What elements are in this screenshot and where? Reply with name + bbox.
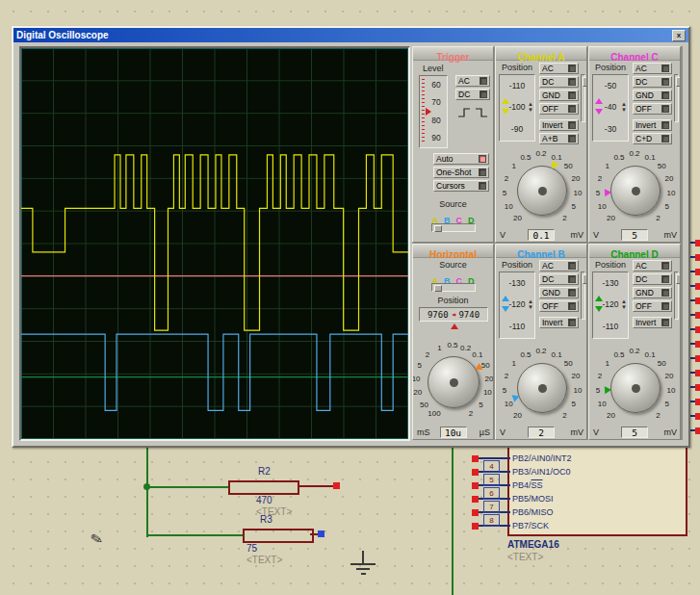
indicator-led (480, 77, 487, 85)
channel-button-dc[interactable]: DC (539, 273, 579, 285)
trigger-ac-button[interactable]: AC (455, 75, 490, 87)
position-spinner[interactable]: ▲▼ (621, 101, 627, 113)
channel-button-aplusb[interactable]: A+B (539, 133, 579, 144)
channel-button-gnd[interactable]: GND (633, 287, 672, 298)
position-slider[interactable]: -110-100-90 ▲▼ (499, 74, 535, 142)
gain-knob[interactable] (610, 166, 661, 216)
position-slider[interactable]: -50-40-30 ▲▼ (592, 74, 629, 142)
close-icon[interactable]: x (672, 30, 686, 41)
slider-tick-label: -30 (605, 125, 616, 134)
channel-button-invert-label: Invert (635, 318, 656, 327)
channel-button-invert[interactable]: Invert (539, 317, 579, 328)
position-marker-up[interactable] (502, 98, 509, 104)
channel-button-off[interactable]: OFF (633, 300, 672, 312)
gain-knob[interactable] (517, 166, 567, 216)
rising-edge-icon[interactable] (458, 109, 470, 116)
channel-button-off[interactable]: OFF (633, 103, 672, 115)
fine-adjust-slider[interactable] (581, 272, 585, 320)
channel-button-off[interactable]: OFF (539, 103, 579, 115)
channel-button-off[interactable]: OFF (539, 300, 579, 312)
pin-terminal-marker (695, 312, 700, 319)
position-marker-down[interactable] (595, 306, 603, 312)
falling-edge-icon[interactable] (476, 109, 487, 116)
position-marker-up[interactable] (595, 296, 603, 301)
oscilloscope-window: Digital Oscilloscope x Trigger Level 607… (12, 26, 690, 448)
position-marker-up[interactable] (595, 98, 603, 104)
trigger-panel: Trigger Level 60708090 ACDC AutoOne-Shot… (412, 46, 494, 243)
fine-adjust-slider[interactable] (674, 272, 679, 320)
position-marker-down[interactable] (502, 306, 509, 312)
pin-terminal-marker (695, 413, 700, 420)
trigger-ac-button-label: AC (458, 76, 470, 86)
unit-volts: V (593, 427, 599, 437)
position-pointer[interactable] (451, 323, 458, 329)
ground-symbol[interactable] (362, 551, 364, 563)
slider-thumb[interactable] (583, 77, 587, 87)
trigger-oneshot-button[interactable]: One-Shot (433, 167, 489, 178)
channel-button-invert[interactable]: Invert (633, 119, 672, 131)
timebase-knob[interactable] (428, 356, 480, 408)
resistor-ref[interactable]: R3 (260, 514, 272, 525)
position-slider[interactable]: -130-120-110 ▲▼ (592, 272, 629, 339)
trigger-cursors-button-label: Cursors (436, 181, 465, 191)
trigger-auto-button[interactable]: Auto (433, 153, 489, 165)
wire[interactable] (452, 442, 454, 595)
position-marker-down[interactable] (502, 109, 509, 115)
resistor-value[interactable]: 470 (256, 495, 272, 505)
position-spinner[interactable]: ▲▼ (621, 298, 627, 310)
trigger-dc-button[interactable]: DC (455, 89, 490, 100)
horizontal-panel: Horizontal Source ABCD Position 9760◄974… (412, 244, 494, 440)
edge-select-icons[interactable] (457, 107, 490, 119)
position-spinner[interactable]: ▲▼ (528, 101, 533, 113)
trigger-source-slider[interactable] (431, 223, 476, 232)
position-marker-down[interactable] (595, 109, 603, 115)
channel-button-gnd[interactable]: GND (633, 90, 672, 101)
wire[interactable] (148, 486, 229, 488)
position-marker-up[interactable] (502, 296, 509, 301)
channel-button-dc[interactable]: DC (539, 76, 579, 88)
resistor-value[interactable]: 75 (246, 543, 257, 554)
resistor-ref[interactable]: R2 (258, 466, 271, 477)
resistor-r2[interactable] (228, 480, 299, 495)
wire[interactable] (148, 534, 244, 536)
slider-thumb[interactable] (434, 225, 442, 232)
slider-thumb[interactable] (434, 285, 442, 292)
timebase-value: 10u (440, 427, 467, 438)
slider-thumb[interactable] (583, 274, 587, 284)
slider-tick-label: -50 (605, 82, 616, 91)
fine-adjust-slider[interactable] (674, 74, 679, 122)
pin-stub[interactable] (479, 457, 510, 459)
slider-thumb[interactable] (676, 274, 681, 284)
gain-value: 5 (621, 229, 648, 241)
position-spinner[interactable]: ▲▼ (528, 298, 533, 310)
slider-thumb[interactable] (676, 77, 681, 87)
gain-knob[interactable] (610, 363, 661, 413)
pin-terminal-marker (695, 326, 700, 333)
channel-button-invert[interactable]: Invert (539, 119, 579, 131)
trigger-level-slider[interactable]: 60708090 (419, 75, 448, 148)
channel-button-cplusd[interactable]: C+D (633, 133, 672, 144)
trigger-level-marker[interactable] (426, 108, 431, 116)
channel-button-ac[interactable]: AC (539, 63, 579, 74)
chip-name[interactable]: ATMEGA16 (507, 539, 559, 550)
channel-button-ac[interactable]: AC (539, 260, 579, 272)
channel-title: Channel D (610, 249, 658, 260)
channel-button-gnd[interactable]: GND (539, 90, 579, 101)
fine-adjust-slider[interactable] (581, 74, 585, 122)
position-slider[interactable]: -130-120-110 ▲▼ (499, 272, 535, 339)
channel-button-dc[interactable]: DC (633, 76, 672, 88)
channel-button-ac[interactable]: AC (633, 260, 672, 272)
horizontal-source-slider[interactable] (431, 283, 476, 292)
channel-button-gnd[interactable]: GND (539, 287, 579, 298)
slider-tick-label: 70 (431, 98, 440, 107)
resistor-r3[interactable] (243, 529, 314, 543)
channel-button-gnd-label: GND (542, 91, 560, 100)
channel-button-ac[interactable]: AC (633, 63, 672, 74)
gain-knob[interactable] (517, 363, 567, 413)
channel-button-dc[interactable]: DC (633, 273, 672, 285)
channel-button-invert[interactable]: Invert (633, 317, 672, 328)
trigger-cursors-button[interactable]: Cursors (433, 180, 489, 192)
horizontal-position-display[interactable]: 9760◄9740 (419, 307, 488, 322)
window-titlebar[interactable]: Digital Oscilloscope x (13, 28, 688, 42)
knob-cap (632, 384, 640, 393)
